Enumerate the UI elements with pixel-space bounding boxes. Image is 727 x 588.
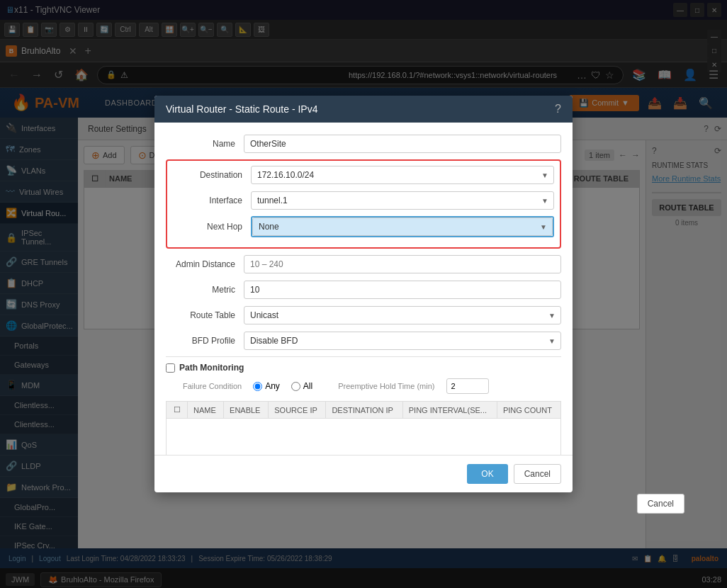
static-route-dialog: Virtual Router - Static Route - IPv4 ? N… — [154, 96, 573, 492]
name-label: Name — [166, 139, 244, 149]
route-table-row: Route Table Unicast Multicast Both No in… — [166, 305, 561, 325]
pm-col-destination-ip: DESTINATION IP — [326, 402, 402, 419]
pm-col-enable: ENABLE — [224, 402, 269, 419]
pm-col-name: NAME — [188, 402, 224, 419]
interface-row: Interface tunnel.1 ▼ — [173, 191, 554, 210]
pm-table: ☐ NAME ENABLE SOURCE IP DESTINATION IP P… — [166, 401, 561, 455]
dialog-body: Name Destination 172.16.10.0/24 ▼ — [154, 123, 573, 455]
route-table-wrapper: Unicast Multicast Both No install ▼ — [244, 306, 561, 324]
nexthop-wrapper: None IP Address Next VR Discard ▼ — [251, 216, 554, 237]
route-table-label: Route Table — [166, 310, 244, 320]
destination-row: Destination 172.16.10.0/24 ▼ — [173, 165, 554, 185]
pm-table-header-row: ☐ NAME ENABLE SOURCE IP DESTINATION IP P… — [167, 402, 561, 419]
pm-header: Path Monitoring — [166, 363, 561, 373]
metric-row: Metric — [166, 280, 561, 300]
pm-col-ping-interval: PING INTERVAL(SE... — [402, 402, 497, 419]
bfd-profile-label: BFD Profile — [166, 336, 244, 346]
pm-col-checkbox[interactable]: ☐ — [167, 402, 188, 419]
failure-condition-label: Failure Condition — [183, 382, 242, 390]
admin-distance-label: Admin Distance — [166, 259, 244, 269]
preemptive-label: Preemptive Hold Time (min) — [338, 382, 434, 390]
outside-cancel-button[interactable]: Cancel — [637, 494, 684, 514]
interface-label: Interface — [173, 196, 251, 205]
cancel-button[interactable]: Cancel — [514, 464, 561, 484]
admin-distance-input[interactable] — [244, 255, 561, 273]
pm-col-ping-count: PING COUNT — [497, 402, 560, 419]
dialog-footer: OK Cancel — [154, 455, 573, 492]
pm-label: Path Monitoring — [179, 363, 244, 373]
destination-wrapper: 172.16.10.0/24 ▼ — [251, 166, 554, 184]
highlighted-section: Destination 172.16.10.0/24 ▼ Interface t… — [166, 159, 561, 249]
dialog-header: Virtual Router - Static Route - IPv4 ? — [154, 96, 573, 123]
bfd-profile-select[interactable]: Disable BFD — [244, 332, 561, 350]
path-monitoring-section: Path Monitoring Failure Condition Any Al… — [166, 363, 561, 455]
nexthop-row: Next Hop None IP Address Next VR Discard… — [173, 216, 554, 237]
pm-all-option[interactable]: All — [291, 381, 312, 391]
route-table-select[interactable]: Unicast Multicast Both No install — [244, 306, 561, 324]
destination-select[interactable]: 172.16.10.0/24 — [251, 166, 554, 184]
nexthop-select[interactable]: None IP Address Next VR Discard — [252, 217, 553, 236]
metric-input[interactable] — [244, 281, 561, 299]
dialog-help-icon[interactable]: ? — [555, 103, 561, 115]
nexthop-label: Next Hop — [173, 222, 251, 232]
pm-table-body — [167, 419, 561, 456]
pm-checkbox[interactable] — [166, 363, 175, 373]
interface-wrapper: tunnel.1 ▼ — [251, 191, 554, 210]
bfd-profile-wrapper: Disable BFD ▼ — [244, 332, 561, 350]
pm-empty-row — [167, 419, 561, 456]
name-input[interactable] — [244, 135, 561, 153]
bfd-profile-row: BFD Profile Disable BFD ▼ — [166, 331, 561, 351]
pm-empty-cell — [167, 419, 561, 456]
pm-col-source-ip: SOURCE IP — [269, 402, 326, 419]
pm-any-radio[interactable] — [253, 382, 262, 391]
pm-options-row: Failure Condition Any All Preemptive Hol… — [166, 378, 561, 394]
admin-distance-row: Admin Distance — [166, 254, 561, 274]
divider — [166, 356, 561, 357]
modal-overlay: Cancel Virtual Router - Static Route - I… — [0, 0, 727, 588]
pm-all-label: All — [303, 381, 312, 391]
destination-label: Destination — [173, 170, 251, 180]
dialog-title: Virtual Router - Static Route - IPv4 — [166, 103, 318, 115]
name-row: Name — [166, 134, 561, 154]
outside-cancel-area: Cancel — [637, 494, 684, 514]
pm-any-option[interactable]: Any — [253, 381, 280, 391]
ok-button[interactable]: OK — [467, 464, 507, 484]
pm-any-label: Any — [265, 381, 280, 391]
interface-select[interactable]: tunnel.1 — [251, 191, 554, 210]
pm-all-radio[interactable] — [291, 382, 300, 391]
preemptive-hold-time-input[interactable] — [446, 378, 489, 394]
metric-label: Metric — [166, 285, 244, 295]
